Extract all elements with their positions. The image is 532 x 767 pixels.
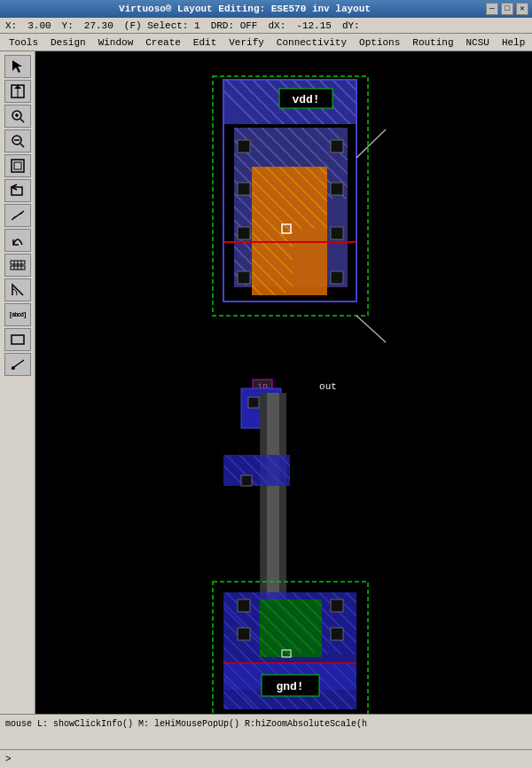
zoom-in-tool[interactable] xyxy=(4,105,31,128)
menu-verify[interactable]: Verify xyxy=(223,36,270,49)
canvas-area[interactable]: vdd! xyxy=(35,51,532,714)
layout-canvas: vdd! xyxy=(35,51,532,714)
svg-rect-92 xyxy=(331,227,343,239)
via-tool[interactable] xyxy=(4,353,31,376)
ruler-tool[interactable] xyxy=(4,204,31,227)
mode-display: (F) Select: 1 xyxy=(124,20,200,31)
cmd-input[interactable] xyxy=(15,754,527,764)
svg-point-25 xyxy=(12,366,15,370)
y-label: Y: xyxy=(62,20,74,31)
menu-options[interactable]: Options xyxy=(354,36,405,49)
menu-routing[interactable]: Routing xyxy=(407,36,458,49)
svg-text:gnd!: gnd! xyxy=(276,680,303,693)
arc-tool[interactable] xyxy=(4,229,31,252)
svg-rect-11 xyxy=(12,160,24,172)
svg-marker-0 xyxy=(12,60,22,73)
svg-line-16 xyxy=(17,215,19,216)
y-value: 27.30 xyxy=(84,20,113,31)
menu-help[interactable]: Help xyxy=(497,36,530,49)
maximize-button[interactable]: □ xyxy=(501,3,513,15)
svg-line-9 xyxy=(20,144,24,147)
svg-rect-12 xyxy=(14,162,21,169)
select-tool[interactable] xyxy=(4,55,31,78)
status-bar: mouse L: showClickInfo() M: leHiMousePop… xyxy=(0,714,532,749)
stretch-tool[interactable] xyxy=(4,80,31,103)
svg-rect-149 xyxy=(331,628,343,640)
svg-rect-93 xyxy=(331,271,343,284)
zoom-out-tool[interactable] xyxy=(4,129,31,153)
coord-bar: X: 3.00 Y: 27.30 (F) Select: 1 DRD: OFF … xyxy=(0,18,532,34)
svg-rect-91 xyxy=(331,183,343,195)
menu-create[interactable]: Create xyxy=(140,36,186,49)
svg-text:vdd!: vdd! xyxy=(292,93,319,106)
angle-tool[interactable] xyxy=(4,278,31,301)
dx-label: dX: xyxy=(268,20,286,31)
zoom-prev-tool[interactable] xyxy=(4,179,31,202)
menu-bar: Tools Design Window Create Edit Verify C… xyxy=(0,34,532,51)
menu-window[interactable]: Window xyxy=(93,36,139,49)
close-button[interactable]: ✕ xyxy=(516,3,528,15)
fit-tool[interactable] xyxy=(4,154,31,177)
menu-edit[interactable]: Edit xyxy=(188,36,222,49)
svg-text:out: out xyxy=(319,381,337,392)
cmd-bar[interactable]: > xyxy=(0,749,532,767)
svg-rect-86 xyxy=(238,140,250,153)
svg-rect-148 xyxy=(238,628,250,640)
svg-rect-89 xyxy=(238,271,250,284)
svg-rect-23 xyxy=(12,335,24,344)
left-toolbar: [abcd] xyxy=(0,51,35,714)
minimize-button[interactable]: ─ xyxy=(486,3,498,15)
svg-rect-87 xyxy=(238,183,250,195)
svg-rect-146 xyxy=(238,599,250,612)
menu-design[interactable]: Design xyxy=(45,36,91,49)
label-tool[interactable]: [abcd] xyxy=(4,303,31,326)
dy-label: dY: xyxy=(342,20,360,31)
svg-rect-147 xyxy=(331,599,343,612)
dx-value: -12.15 xyxy=(296,20,332,31)
wire-tool[interactable] xyxy=(4,254,31,277)
svg-rect-113 xyxy=(241,475,252,486)
menu-connectivity[interactable]: Connectivity xyxy=(271,36,352,49)
title-bar: Virtuoso® Layout Editing: ESE570 inv lay… xyxy=(0,0,532,18)
status-line: mouse L: showClickInfo() M: leHiMousePop… xyxy=(5,716,527,732)
svg-rect-102 xyxy=(248,397,259,408)
menu-tools[interactable]: Tools xyxy=(4,36,43,49)
x-label: X: xyxy=(5,20,17,31)
cmd-prompt: > xyxy=(5,754,12,764)
title-text: Virtuoso® Layout Editing: ESE570 inv lay… xyxy=(4,0,486,18)
svg-rect-90 xyxy=(331,140,343,153)
svg-rect-88 xyxy=(238,227,250,239)
rectangle-tool[interactable] xyxy=(4,328,31,351)
svg-line-5 xyxy=(20,119,24,122)
x-value: 3.00 xyxy=(27,20,51,31)
menu-ncsu[interactable]: NCSU xyxy=(461,36,495,49)
drd-display: DRD: OFF xyxy=(211,20,258,31)
svg-rect-104 xyxy=(267,393,279,601)
